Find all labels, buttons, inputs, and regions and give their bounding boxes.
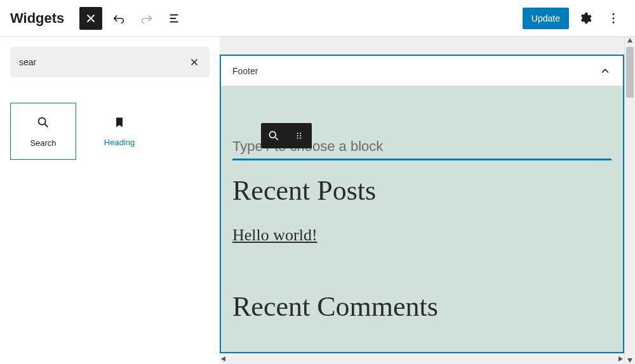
close-inserter-button[interactable] [79,7,102,30]
vertical-scrollbar[interactable] [624,37,635,364]
svg-point-2 [613,21,615,23]
block-appender-row[interactable]: Type / to choose a block [232,138,612,160]
close-icon [84,11,98,25]
undo-icon [112,11,126,25]
widget-area-title: Footer [232,66,258,76]
close-icon [189,56,200,68]
topbar-left: Widgets [10,7,186,30]
svg-point-3 [39,117,46,124]
more-vertical-icon [606,11,620,25]
more-options-button[interactable] [602,7,625,30]
recent-comments-heading: Recent Comments [232,290,612,323]
redo-icon [140,11,154,25]
svg-point-4 [269,131,276,138]
block-appender-underline [232,159,612,160]
settings-button[interactable] [574,7,597,30]
editor-canvas-wrap: Footer Type / to choose a block [220,37,635,364]
top-bar: Widgets Update [0,0,635,37]
page-title: Widgets [10,10,64,27]
svg-point-6 [300,133,301,134]
block-card-heading[interactable]: Heading [86,103,152,160]
svg-point-0 [613,13,615,15]
post-link[interactable]: Hello world! [232,226,318,245]
block-search-wrap [10,47,210,77]
widget-area-body: Type / to choose a block Recent Posts He… [221,86,623,352]
widget-area-canvas[interactable]: Footer Type / to choose a block [220,55,624,353]
block-card-label: Heading [104,138,135,147]
scrollbar-thumb[interactable] [626,47,634,98]
list-view-button[interactable] [163,7,186,30]
search-clear-button[interactable] [184,52,204,72]
main-area: Search Heading Footer [0,37,635,364]
bookmark-icon [113,116,126,129]
block-toolbar [261,123,312,148]
block-card-search[interactable]: Search [10,103,76,160]
svg-point-9 [297,138,298,139]
topbar-right: Update [523,7,625,30]
undo-button[interactable] [107,7,130,30]
redo-button[interactable] [135,7,158,30]
widget-area-header[interactable]: Footer [221,56,623,86]
svg-point-7 [297,135,298,136]
block-inserter-sidebar: Search Heading [0,37,220,364]
search-icon [36,115,50,129]
svg-point-5 [297,133,298,134]
svg-point-10 [300,138,301,139]
search-icon [267,129,280,142]
svg-point-8 [300,135,301,136]
list-view-icon [168,11,182,25]
gear-icon [578,11,592,25]
toolbar-drag-handle[interactable] [286,123,312,148]
recent-posts-heading: Recent Posts [232,174,612,207]
drag-handle-icon [293,130,305,141]
block-results-grid: Search Heading [10,103,210,160]
toolbar-search-block-button[interactable] [261,123,286,148]
update-button[interactable]: Update [523,8,569,29]
block-card-label: Search [30,138,56,148]
svg-point-1 [613,17,615,19]
block-search-input[interactable] [10,47,210,77]
horizontal-scrollbar[interactable] [220,353,624,364]
chevron-up-icon [599,65,612,77]
